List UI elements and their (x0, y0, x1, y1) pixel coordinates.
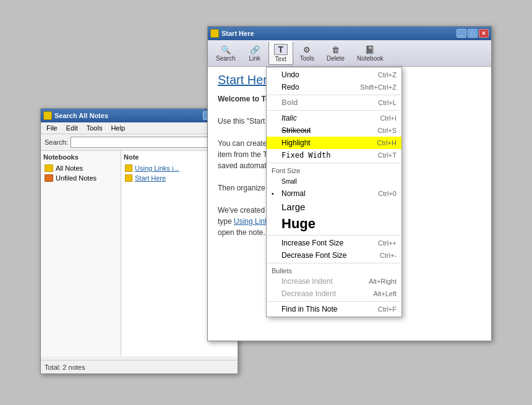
note-label-using-links: Using Links i... (135, 164, 179, 172)
menu-italic-shortcut: Ctrl+I (380, 114, 397, 122)
menu-strikeout-label: Strikeout (281, 126, 372, 135)
menu-redo-shortcut: Shift+Ctrl+Z (360, 83, 397, 91)
toolbar-link-label: Link (249, 55, 260, 62)
search-window-icon (43, 111, 52, 120)
notebook-icon-unfiled (45, 174, 53, 182)
menu-redo-label: Redo (281, 83, 355, 92)
menu-file[interactable]: File (45, 124, 59, 132)
search-window-title: Search All Notes (54, 112, 203, 119)
notebook-toolbar-icon: 📓 (364, 45, 376, 54)
menu-fixed-width-label: Fixed Width (281, 151, 373, 160)
menu-increase-indent-label: Increase Indent (281, 277, 364, 286)
toolbar-link-button[interactable]: 🔗 Link (242, 42, 267, 64)
menu-huge[interactable]: Huge (267, 214, 401, 234)
status-text: Total: 2 notes (45, 364, 85, 371)
main-window-icon (210, 29, 219, 38)
delete-toolbar-icon: 🗑 (330, 45, 342, 54)
toolbar-text-button[interactable]: T Text (268, 41, 293, 65)
bold-section: Bold Ctrl+L (267, 95, 401, 111)
undo-redo-section: Undo Ctrl+Z Redo Shift+Ctrl+Z (267, 67, 401, 95)
search-label: Search: (45, 139, 68, 146)
tools-toolbar-icon: ⚙ (301, 45, 313, 54)
menu-fixed-width[interactable]: Fixed Width Ctrl+T (267, 149, 401, 161)
notebook-item-unfiled[interactable]: Unfiled Notes (43, 173, 118, 183)
menu-undo-shortcut: Ctrl+Z (378, 71, 397, 79)
status-bar: Total: 2 notes (41, 360, 238, 373)
toolbar-delete-label: Delete (327, 55, 345, 62)
toolbar-tools-button[interactable]: ⚙ Tools (294, 42, 320, 64)
menu-decrease-font-shortcut: Ctrl+- (380, 252, 397, 259)
menu-undo-label: Undo (281, 70, 373, 79)
menu-help[interactable]: Help (109, 124, 127, 132)
main-window-buttons: _ □ ✕ (457, 29, 489, 38)
menu-undo[interactable]: Undo Ctrl+Z (267, 69, 401, 81)
notebooks-header: Notebooks (43, 153, 118, 161)
menu-bold-shortcut: Ctrl+L (378, 99, 397, 106)
style-section: Italic Ctrl+I Strikeout Ctrl+S Highlight… (267, 111, 401, 163)
menu-decrease-indent: Decrease Indent Alt+Left (267, 288, 401, 300)
toolbar-tools-label: Tools (300, 55, 314, 62)
menu-highlight-label: Highlight (281, 139, 372, 147)
menu-normal-shortcut: Ctrl+0 (378, 190, 397, 197)
menu-highlight[interactable]: Highlight Ctrl+H (267, 137, 401, 149)
menu-find[interactable]: Find in This Note Ctrl+F (267, 303, 401, 315)
menu-decrease-indent-label: Decrease Indent (281, 289, 368, 298)
menu-tools[interactable]: Tools (85, 124, 105, 132)
menu-fixed-width-shortcut: Ctrl+T (378, 151, 397, 159)
menu-increase-font-label: Increase Font Size (281, 239, 373, 247)
menu-find-shortcut: Ctrl+F (378, 305, 397, 313)
menu-huge-label: Huge (281, 216, 397, 232)
menu-small-label: Small (281, 178, 397, 185)
text-toolbar-icon: T (274, 44, 288, 55)
menu-strikeout-shortcut: Ctrl+S (377, 127, 397, 134)
toolbar-notebook-label: Notebook (357, 55, 384, 62)
font-adjust-section: Increase Font Size Ctrl++ Decrease Font … (267, 236, 401, 263)
menu-decrease-font[interactable]: Decrease Font Size Ctrl+- (267, 249, 401, 262)
main-minimize-button[interactable]: _ (457, 29, 466, 38)
notebook-label-all-notes: All Notes (56, 164, 83, 172)
menu-strikeout[interactable]: Strikeout Ctrl+S (267, 124, 401, 137)
main-toolbar: 🔍 Search 🔗 Link T Text ⚙ Tools 🗑 Delete … (208, 40, 491, 67)
menu-redo[interactable]: Redo Shift+Ctrl+Z (267, 81, 401, 93)
main-window-title: Start Here (221, 30, 457, 37)
menu-normal-label: Normal (281, 189, 373, 198)
menu-small[interactable]: Small (267, 175, 401, 187)
toolbar-search-label: Search (216, 55, 236, 62)
menu-highlight-shortcut: Ctrl+H (377, 139, 397, 147)
toolbar-text-label: Text (275, 56, 286, 62)
menu-italic-label: Italic (281, 114, 375, 122)
notebook-item-all-notes[interactable]: All Notes (43, 163, 118, 173)
bullets-header: Bullets (267, 265, 401, 275)
main-window-titlebar: Start Here _ □ ✕ (208, 27, 491, 40)
menu-bold-label: Bold (281, 98, 373, 107)
menu-bold: Bold Ctrl+L (267, 96, 401, 109)
note-icon-start-here (125, 174, 132, 182)
menu-edit[interactable]: Edit (64, 124, 80, 132)
menu-large[interactable]: Large (267, 200, 401, 214)
menu-decrease-indent-shortcut: Alt+Left (373, 290, 397, 297)
search-toolbar-icon: 🔍 (220, 45, 232, 54)
menu-normal[interactable]: • Normal Ctrl+0 (267, 187, 401, 200)
menu-find-label: Find in This Note (281, 305, 373, 313)
notebook-icon-all-notes (45, 164, 53, 172)
menu-increase-font-shortcut: Ctrl++ (378, 239, 397, 247)
menu-decrease-font-label: Decrease Font Size (281, 251, 375, 260)
main-maximize-button[interactable]: □ (468, 29, 478, 38)
text-dropdown-menu: Undo Ctrl+Z Redo Shift+Ctrl+Z Bold Ctrl+… (266, 67, 402, 317)
toolbar-delete-button[interactable]: 🗑 Delete (321, 42, 350, 64)
notebook-label-unfiled: Unfiled Notes (56, 174, 97, 182)
menu-increase-indent: Increase Indent Alt+Right (267, 275, 401, 288)
normal-check: • (272, 190, 274, 197)
menu-increase-indent-shortcut: Alt+Right (369, 278, 397, 285)
toolbar-search-button[interactable]: 🔍 Search (210, 42, 241, 64)
toolbar-notebook-button[interactable]: 📓 Notebook (351, 42, 389, 64)
font-size-header: Font Size (267, 164, 401, 175)
menu-large-label: Large (281, 202, 397, 212)
note-label-start-here: Start Here (135, 174, 166, 182)
menu-increase-font[interactable]: Increase Font Size Ctrl++ (267, 237, 401, 249)
main-close-button[interactable]: ✕ (479, 29, 489, 38)
font-size-section: Font Size Small • Normal Ctrl+0 Large Hu… (267, 163, 401, 236)
menu-italic[interactable]: Italic Ctrl+I (267, 112, 401, 124)
link-toolbar-icon: 🔗 (249, 45, 261, 54)
notebooks-panel: Notebooks All Notes Unfiled Notes (41, 151, 121, 356)
